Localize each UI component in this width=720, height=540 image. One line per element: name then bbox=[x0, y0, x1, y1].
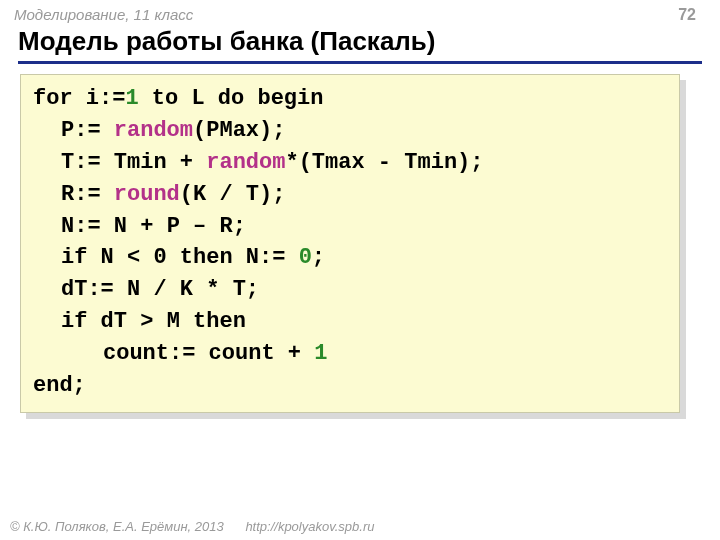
code-line: count:= count + 1 bbox=[33, 338, 667, 370]
code-token: / bbox=[140, 277, 180, 302]
code-token bbox=[101, 182, 114, 207]
code-token bbox=[285, 245, 298, 270]
code-token: T; bbox=[233, 277, 259, 302]
code-token: count:= count + bbox=[103, 341, 314, 366]
code-token: – bbox=[180, 214, 220, 239]
code-token: / bbox=[206, 182, 246, 207]
code-block: for i:=1 to L do beginP:= random(PMax);T… bbox=[20, 74, 686, 413]
code-token: Tmin); bbox=[404, 150, 483, 175]
code-token: R:= bbox=[61, 182, 101, 207]
code-token: 0 then N:= bbox=[153, 245, 285, 270]
code-token: *(Tmax bbox=[285, 150, 364, 175]
code-token: - bbox=[365, 150, 405, 175]
page-title: Модель работы банка (Паскаль) bbox=[18, 26, 720, 57]
code-token: N:= bbox=[61, 214, 101, 239]
code-token: T:= bbox=[61, 150, 101, 175]
code-line: end; bbox=[33, 370, 667, 402]
code-token: random bbox=[206, 150, 285, 175]
code-token: 1 bbox=[125, 86, 138, 111]
slide: Моделирование, 11 класс 72 Модель работы… bbox=[0, 0, 720, 540]
code-token: < bbox=[114, 245, 154, 270]
copyright: © К.Ю. Поляков, Е.А. Ерёмин, 2013 bbox=[10, 519, 224, 534]
code-token: end; bbox=[33, 373, 86, 398]
code-line: N:= N + P – R; bbox=[33, 211, 667, 243]
code-token: (K bbox=[180, 182, 206, 207]
code-line: if N < 0 then N:= 0; bbox=[33, 242, 667, 274]
code-token: 1 bbox=[314, 341, 327, 366]
code-line: T:= Tmin + random*(Tmax - Tmin); bbox=[33, 147, 667, 179]
code-token: + bbox=[127, 214, 167, 239]
code-token: > bbox=[127, 309, 167, 334]
code-token: P bbox=[167, 214, 180, 239]
title-rule bbox=[18, 61, 702, 64]
code-token: to L do begin bbox=[139, 86, 324, 111]
code-token: * bbox=[193, 277, 233, 302]
code-content: for i:=1 to L do beginP:= random(PMax);T… bbox=[20, 74, 680, 413]
header: Моделирование, 11 класс 72 bbox=[0, 0, 720, 24]
code-token bbox=[101, 118, 114, 143]
code-line: dT:= N / K * T; bbox=[33, 274, 667, 306]
code-token: N bbox=[114, 277, 140, 302]
code-line: R:= round(K / T); bbox=[33, 179, 667, 211]
code-token: round bbox=[114, 182, 180, 207]
code-token: P:= bbox=[61, 118, 101, 143]
code-token: dT:= bbox=[61, 277, 114, 302]
code-line: if dT > M then bbox=[33, 306, 667, 338]
footer-url: http://kpolyakov.spb.ru bbox=[245, 519, 374, 534]
footer: © К.Ю. Поляков, Е.А. Ерёмин, 2013 http:/… bbox=[10, 519, 374, 534]
page-number: 72 bbox=[678, 6, 696, 24]
code-token: K bbox=[180, 277, 193, 302]
code-token: 0 bbox=[299, 245, 312, 270]
breadcrumb: Моделирование, 11 класс bbox=[14, 6, 193, 23]
code-token: if dT bbox=[61, 309, 127, 334]
code-token: Tmin bbox=[101, 150, 167, 175]
code-token: N bbox=[101, 214, 127, 239]
code-token: ; bbox=[312, 245, 325, 270]
code-token: T); bbox=[246, 182, 286, 207]
code-line: for i:=1 to L do begin bbox=[33, 83, 667, 115]
code-token: + bbox=[167, 150, 207, 175]
code-token: R; bbox=[219, 214, 245, 239]
code-token: (PMax); bbox=[193, 118, 285, 143]
code-line: P:= random(PMax); bbox=[33, 115, 667, 147]
code-token: for i:= bbox=[33, 86, 125, 111]
code-token: random bbox=[114, 118, 193, 143]
code-token: if N bbox=[61, 245, 114, 270]
code-token: M then bbox=[167, 309, 246, 334]
